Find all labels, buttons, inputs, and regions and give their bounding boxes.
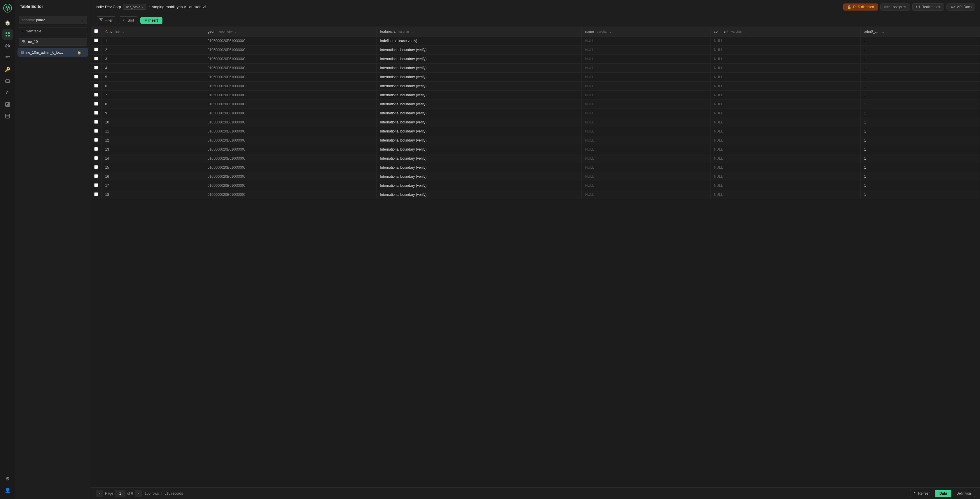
cell-name[interactable]: NULL	[582, 109, 710, 118]
sidebar-item-schema[interactable]	[2, 41, 13, 51]
search-input[interactable]	[28, 40, 84, 44]
cell-geom[interactable]: 0105000020E6100000C	[204, 73, 377, 82]
table-row[interactable]: 18 0105000020E6100000C International bou…	[91, 190, 980, 199]
more-options-icon[interactable]: ···	[83, 51, 86, 54]
cell-id[interactable]: 8	[102, 100, 204, 109]
cell-comment[interactable]: NULL	[710, 118, 861, 127]
cell-featurecla[interactable]: International boundary (verify)	[377, 82, 582, 91]
cell-featurecla[interactable]: International boundary (verify)	[377, 145, 582, 154]
table-row[interactable]: 1 0105000020E6100000C Indefinite (please…	[91, 37, 980, 46]
cell-geom[interactable]: 0105000020E6100000C	[204, 64, 377, 73]
definition-tab-button[interactable]: Definition	[952, 490, 975, 497]
sidebar-item-storage[interactable]	[2, 76, 13, 86]
row-checkbox-cell[interactable]	[91, 172, 102, 181]
cell-featurecla[interactable]: International boundary (verify)	[377, 136, 582, 145]
cell-geom[interactable]: 0105000020E6100000C	[204, 145, 377, 154]
page-number-input[interactable]	[115, 489, 126, 497]
select-all-checkbox[interactable]	[94, 29, 98, 33]
schema-selector[interactable]: schema: public ⌄	[19, 16, 87, 24]
tier-badge[interactable]: Tier_basic ⌄	[123, 4, 146, 10]
cell-featurecla[interactable]: International boundary (verify)	[377, 64, 582, 73]
col-sort-icon-id[interactable]: ⌄	[123, 30, 125, 33]
cell-name[interactable]: NULL	[582, 136, 710, 145]
table-row[interactable]: 9 0105000020E6100000C International boun…	[91, 109, 980, 118]
cell-adm0[interactable]: 1	[861, 82, 980, 91]
sidebar-item-home[interactable]: 🏠	[2, 18, 13, 28]
cell-id[interactable]: 18	[102, 190, 204, 199]
row-checkbox-cell[interactable]	[91, 54, 102, 64]
row-checkbox[interactable]	[94, 38, 98, 42]
cell-featurecla[interactable]: International boundary (verify)	[377, 118, 582, 127]
row-checkbox[interactable]	[94, 183, 98, 187]
cell-name[interactable]: NULL	[582, 100, 710, 109]
col-sort-icon-name[interactable]: ⌄	[609, 30, 612, 33]
col-sort-icon-adm0[interactable]: ⌄	[886, 30, 888, 33]
cell-id[interactable]: 17	[102, 181, 204, 190]
table-row[interactable]: 16 0105000020E6100000C International bou…	[91, 172, 980, 181]
col-header-featurecla[interactable]: featurecla varchar ⌄	[377, 27, 582, 37]
cell-name[interactable]: NULL	[582, 154, 710, 163]
cell-id[interactable]: 3	[102, 54, 204, 64]
col-header-geom[interactable]: geom geometry ⌄	[204, 27, 377, 37]
table-row[interactable]: 15 0105000020E6100000C International bou…	[91, 163, 980, 172]
row-checkbox[interactable]	[94, 174, 98, 178]
row-checkbox[interactable]	[94, 65, 98, 69]
cell-name[interactable]: NULL	[582, 172, 710, 181]
cell-geom[interactable]: 0105000020E6100000C	[204, 91, 377, 100]
cell-geom[interactable]: 0105000020E6100000C	[204, 82, 377, 91]
cell-id[interactable]: 13	[102, 145, 204, 154]
cell-adm0[interactable]: 1	[861, 190, 980, 199]
cell-name[interactable]: NULL	[582, 91, 710, 100]
cell-geom[interactable]: 0105000020E6100000C	[204, 100, 377, 109]
cell-comment[interactable]: NULL	[710, 190, 861, 199]
cell-comment[interactable]: NULL	[710, 154, 861, 163]
cell-name[interactable]: NULL	[582, 73, 710, 82]
cell-name[interactable]: NULL	[582, 190, 710, 199]
cell-geom[interactable]: 0105000020E6100000C	[204, 172, 377, 181]
cell-geom[interactable]: 0105000020E6100000C	[204, 181, 377, 190]
cell-comment[interactable]: NULL	[710, 64, 861, 73]
row-checkbox[interactable]	[94, 84, 98, 88]
insert-button[interactable]: ▾ Insert	[140, 17, 163, 24]
cell-comment[interactable]: NULL	[710, 163, 861, 172]
cell-id[interactable]: 7	[102, 91, 204, 100]
cell-adm0[interactable]: 1	[861, 64, 980, 73]
sidebar-item-sql[interactable]	[2, 53, 13, 63]
next-page-button[interactable]: ›	[135, 489, 142, 497]
cell-featurecla[interactable]: International boundary (verify)	[377, 54, 582, 64]
sidebar-item-user[interactable]: 👤	[2, 485, 13, 496]
cell-featurecla[interactable]: International boundary (verify)	[377, 190, 582, 199]
sidebar-item-functions[interactable]	[2, 88, 13, 98]
cell-featurecla[interactable]: International boundary (verify)	[377, 100, 582, 109]
row-checkbox-cell[interactable]	[91, 127, 102, 136]
cell-comment[interactable]: NULL	[710, 181, 861, 190]
cell-name[interactable]: NULL	[582, 127, 710, 136]
row-checkbox[interactable]	[94, 120, 98, 124]
row-checkbox[interactable]	[94, 147, 98, 151]
cell-comment[interactable]: NULL	[710, 91, 861, 100]
cell-name[interactable]: NULL	[582, 145, 710, 154]
col-sort-icon-featurecla[interactable]: ⌄	[411, 30, 413, 33]
row-checkbox[interactable]	[94, 156, 98, 160]
cell-featurecla[interactable]: International boundary (verify)	[377, 163, 582, 172]
cell-geom[interactable]: 0105000020E6100000C	[204, 109, 377, 118]
table-container[interactable]: ⬡ id int4 ⌄ geom geometry ⌄	[91, 27, 980, 487]
col-sort-icon-geom[interactable]: ⌄	[234, 30, 237, 33]
col-sort-icon-comment[interactable]: ⌄	[744, 30, 746, 33]
app-logo[interactable]	[3, 3, 12, 13]
cell-adm0[interactable]: 1	[861, 145, 980, 154]
select-all-header[interactable]	[91, 27, 102, 37]
cell-geom[interactable]: 0105000020E6100000C	[204, 163, 377, 172]
cell-comment[interactable]: NULL	[710, 46, 861, 54]
cell-featurecla[interactable]: International boundary (verify)	[377, 91, 582, 100]
row-checkbox[interactable]	[94, 111, 98, 115]
cell-featurecla[interactable]: International boundary (verify)	[377, 181, 582, 190]
cell-featurecla[interactable]: International boundary (verify)	[377, 154, 582, 163]
cell-name[interactable]: NULL	[582, 46, 710, 54]
cell-id[interactable]: 9	[102, 109, 204, 118]
col-header-adm0[interactable]: adm0_... i... ⌄	[861, 27, 980, 37]
cell-id[interactable]: 4	[102, 64, 204, 73]
data-tab-button[interactable]: Data	[935, 490, 951, 497]
cell-featurecla[interactable]: International boundary (verify)	[377, 46, 582, 54]
cell-name[interactable]: NULL	[582, 163, 710, 172]
